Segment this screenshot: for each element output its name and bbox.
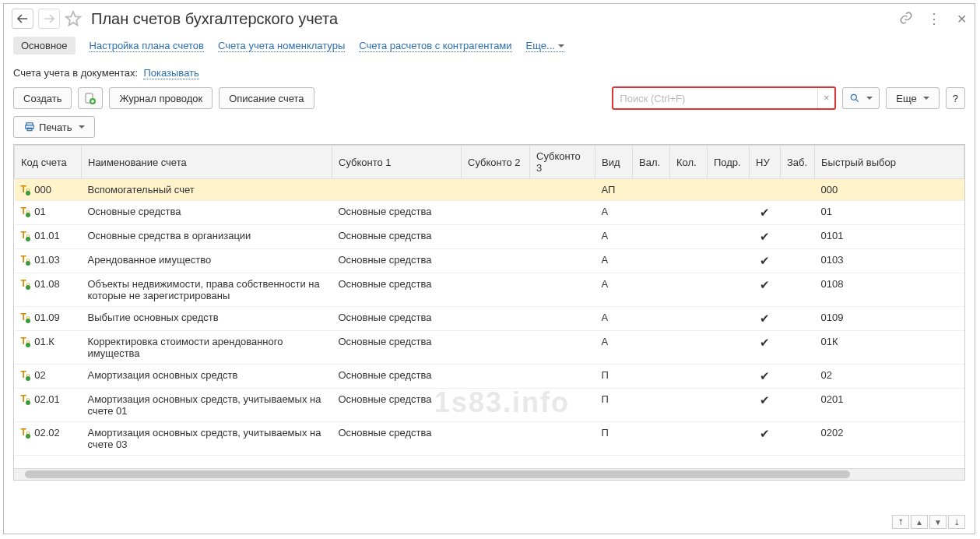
cell-sub1: Основные средства xyxy=(332,365,462,389)
create-copy-button[interactable] xyxy=(78,87,103,109)
cell-name: Амортизация основных средств, учитываемы… xyxy=(82,389,332,422)
cell-name: Основные средства в организации xyxy=(82,225,332,249)
cell-nu: ✔ xyxy=(750,225,781,249)
cell-nu xyxy=(750,179,781,201)
search-input[interactable] xyxy=(613,93,817,104)
col-header-name[interactable]: Наименование счета xyxy=(82,146,332,179)
cell-code: 01.03 xyxy=(34,254,60,266)
cell-fast: 01К xyxy=(815,331,964,365)
cell-sub1: Основные средства xyxy=(332,389,462,422)
cell-vid: А xyxy=(595,273,633,307)
cell-zab xyxy=(781,307,815,331)
print-button[interactable]: Печать xyxy=(13,116,95,138)
search-options-button[interactable] xyxy=(842,87,880,109)
table-row[interactable]: Tо01.08Объекты недвижимости, права собст… xyxy=(15,273,964,307)
tab-main[interactable]: Основное xyxy=(13,37,76,55)
cell-podr xyxy=(708,365,750,389)
cell-sub1: Основные средства xyxy=(332,307,462,331)
cell-fast: 0103 xyxy=(815,249,964,273)
more-actions-button[interactable]: Еще xyxy=(886,87,939,109)
account-type-icon: Tо xyxy=(21,230,30,241)
col-header-kol[interactable]: Кол. xyxy=(670,146,708,179)
col-header-code[interactable]: Код счета xyxy=(15,146,82,179)
search-clear-button[interactable]: × xyxy=(817,88,834,108)
cell-nu: ✔ xyxy=(750,249,781,273)
col-header-zab[interactable]: Заб. xyxy=(781,146,815,179)
col-header-sub1[interactable]: Субконто 1 xyxy=(332,146,462,179)
cell-val xyxy=(633,365,670,389)
cell-fast: 0108 xyxy=(815,273,964,307)
scroll-top-button[interactable]: ⤒ xyxy=(892,515,909,529)
cell-sub2 xyxy=(462,201,530,225)
cell-podr xyxy=(708,331,750,365)
scroll-up-button[interactable]: ▲ xyxy=(911,515,928,529)
kebab-menu-icon[interactable]: ⋮ xyxy=(927,10,943,27)
cell-fast: 01 xyxy=(815,201,964,225)
cell-podr xyxy=(708,201,750,225)
cell-zab xyxy=(781,201,815,225)
cell-val xyxy=(633,422,670,456)
docline-toggle-link[interactable]: Показывать xyxy=(143,67,198,79)
cell-kol xyxy=(670,365,708,389)
create-button[interactable]: Создать xyxy=(13,87,72,109)
cell-code: 02 xyxy=(34,369,45,381)
journal-button[interactable]: Журнал проводок xyxy=(109,87,213,109)
help-button[interactable]: ? xyxy=(946,87,965,109)
col-header-fast[interactable]: Быстрый выбор xyxy=(815,146,964,179)
col-header-nu[interactable]: НУ xyxy=(750,146,781,179)
col-header-podr[interactable]: Подр. xyxy=(708,146,750,179)
scroll-bottom-button[interactable]: ⤓ xyxy=(948,515,965,529)
cell-zab xyxy=(781,389,815,422)
close-icon[interactable]: ✕ xyxy=(957,12,967,26)
cell-fast: 0201 xyxy=(815,389,964,422)
horizontal-scrollbar[interactable] xyxy=(14,468,964,480)
tab-plan-setup[interactable]: Настройка плана счетов xyxy=(90,40,204,52)
svg-point-2 xyxy=(852,94,857,100)
col-header-val[interactable]: Вал. xyxy=(633,146,670,179)
favorite-star-icon[interactable] xyxy=(65,10,82,27)
table-row[interactable]: Tо02.02Амортизация основных средств, учи… xyxy=(15,422,964,456)
account-type-icon: Tо xyxy=(21,278,30,289)
tab-nomenclature[interactable]: Счета учета номенклатуры xyxy=(218,40,345,52)
page-title: План счетов бухгалтерского учета xyxy=(91,10,338,28)
cell-name: Основные средства xyxy=(82,201,332,225)
cell-nu: ✔ xyxy=(750,331,781,365)
link-icon[interactable] xyxy=(899,11,913,27)
tab-more[interactable]: Еще... xyxy=(526,40,564,52)
col-header-vid[interactable]: Вид xyxy=(595,146,633,179)
cell-name: Выбытие основных средств xyxy=(82,307,332,331)
table-row[interactable]: Tо01.03Арендованное имуществоОсновные ср… xyxy=(15,249,964,273)
cell-sub3 xyxy=(530,225,595,249)
cell-kol xyxy=(670,389,708,422)
cell-podr xyxy=(708,307,750,331)
account-type-icon: Tо xyxy=(21,393,30,404)
nav-forward-button[interactable] xyxy=(38,9,60,29)
cell-sub1: Основные средства xyxy=(332,331,462,365)
scroll-down-button[interactable]: ▼ xyxy=(929,515,947,529)
cell-val xyxy=(633,225,670,249)
cell-zab xyxy=(781,273,815,307)
table-row[interactable]: Tо01Основные средстваОсновные средстваА✔… xyxy=(15,201,964,225)
cell-fast: 0101 xyxy=(815,225,964,249)
description-button[interactable]: Описание счета xyxy=(219,87,314,109)
cell-fast: 000 xyxy=(815,179,964,201)
arrow-left-icon xyxy=(17,14,28,23)
table-row[interactable]: Tо000Вспомогательный счетАП000 xyxy=(15,179,964,201)
table-header-row: Код счета Наименование счета Субконто 1 … xyxy=(15,146,964,179)
cell-fast: 0202 xyxy=(815,422,964,456)
cell-code: 01.01 xyxy=(34,230,60,241)
account-type-icon: Tо xyxy=(21,184,30,195)
tab-contractors[interactable]: Счета расчетов с контрагентами xyxy=(359,40,511,52)
docline-label: Счета учета в документах: xyxy=(13,67,138,79)
table-row[interactable]: Tо01.09Выбытие основных средствОсновные … xyxy=(15,307,964,331)
account-type-icon: Tо xyxy=(21,254,30,265)
col-header-sub3[interactable]: Субконто 3 xyxy=(530,146,595,179)
table-row[interactable]: Tо01.01Основные средства в организацииОс… xyxy=(15,225,964,249)
table-row[interactable]: Tо01.ККорректировка стоимости арендованн… xyxy=(15,331,964,365)
col-header-sub2[interactable]: Субконто 2 xyxy=(462,146,530,179)
table-row[interactable]: Tо02Амортизация основных средствОсновные… xyxy=(15,365,964,389)
nav-back-button[interactable] xyxy=(12,9,33,29)
cell-code: 01.09 xyxy=(34,312,60,323)
cell-kol xyxy=(670,422,708,456)
table-row[interactable]: Tо02.01Амортизация основных средств, учи… xyxy=(15,389,964,422)
